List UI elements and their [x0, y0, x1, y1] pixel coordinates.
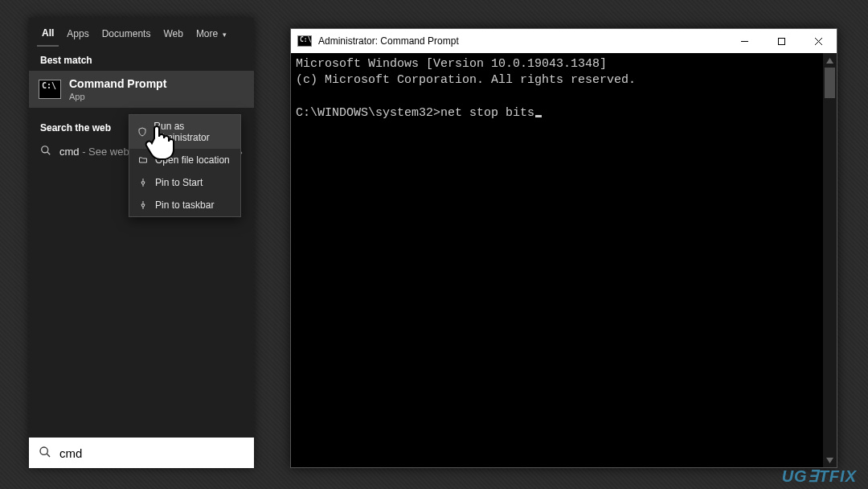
context-menu: Run as administrator Open file location …: [129, 114, 241, 217]
terminal-typed-command: net stop bits: [440, 106, 534, 120]
command-prompt-window: C:\ Administrator: Command Prompt Micros…: [290, 28, 837, 468]
terminal-prompt: C:\WINDOWS\system32>: [296, 106, 440, 120]
pin-icon: [137, 200, 149, 210]
scroll-up-button[interactable]: [823, 53, 837, 68]
svg-line-3: [47, 454, 50, 457]
search-icon: [40, 145, 51, 158]
window-controls: [726, 29, 837, 53]
best-match-heading: Best match: [29, 47, 254, 71]
maximize-button[interactable]: [763, 29, 800, 53]
window-title: Administrator: Command Prompt: [318, 35, 459, 47]
svg-point-2: [40, 447, 47, 454]
svg-rect-5: [778, 38, 784, 44]
ctx-pin-to-start[interactable]: Pin to Start: [129, 171, 240, 194]
tab-more-label: More: [196, 28, 218, 39]
chevron-down-icon: ▾: [223, 31, 227, 39]
tab-documents[interactable]: Documents: [97, 25, 156, 46]
scroll-thumb[interactable]: [825, 68, 835, 98]
shield-icon: [137, 127, 147, 137]
search-tabs: All Apps Documents Web More ▾: [29, 18, 254, 47]
terminal-line: (c) Microsoft Corporation. All rights re…: [296, 73, 636, 87]
best-match-text: Command Prompt App: [69, 77, 166, 101]
folder-icon: [137, 155, 149, 165]
ctx-label: Run as administrator: [154, 121, 232, 143]
command-prompt-icon: C:\: [297, 35, 312, 47]
scrollbar[interactable]: [823, 53, 837, 467]
close-button[interactable]: [800, 29, 837, 53]
ctx-label: Pin to Start: [155, 177, 203, 188]
terminal-line: Microsoft Windows [Version 10.0.19043.13…: [296, 57, 607, 71]
best-match-title: Command Prompt: [69, 77, 166, 90]
ctx-pin-to-taskbar[interactable]: Pin to taskbar: [129, 194, 240, 216]
search-input[interactable]: cmd: [59, 446, 82, 460]
terminal-output[interactable]: Microsoft Windows [Version 10.0.19043.13…: [291, 53, 837, 467]
titlebar[interactable]: C:\ Administrator: Command Prompt: [291, 29, 837, 53]
command-prompt-icon: C:\: [39, 80, 61, 99]
windows-search-panel: All Apps Documents Web More ▾ Best match…: [29, 18, 254, 468]
best-match-result[interactable]: C:\ Command Prompt App: [29, 71, 254, 108]
svg-line-1: [47, 152, 50, 154]
tab-all[interactable]: All: [37, 24, 59, 47]
search-input-container[interactable]: cmd: [29, 438, 254, 468]
tab-web[interactable]: Web: [158, 25, 187, 46]
pin-icon: [137, 178, 149, 187]
tab-more[interactable]: More ▾: [191, 25, 231, 46]
web-result-prefix: cmd: [59, 146, 80, 158]
scroll-down-button[interactable]: [823, 453, 837, 467]
tab-apps[interactable]: Apps: [62, 25, 93, 46]
best-match-subtitle: App: [69, 92, 166, 101]
svg-point-0: [42, 146, 48, 153]
ctx-label: Open file location: [155, 154, 230, 166]
ctx-run-as-administrator[interactable]: Run as administrator: [129, 115, 240, 149]
search-icon: [39, 446, 51, 461]
text-cursor-icon: [535, 115, 542, 117]
ctx-label: Pin to taskbar: [155, 199, 214, 211]
minimize-button[interactable]: [726, 29, 763, 53]
ctx-open-file-location[interactable]: Open file location: [129, 149, 240, 171]
watermark: UG∃TFIX: [782, 468, 857, 484]
